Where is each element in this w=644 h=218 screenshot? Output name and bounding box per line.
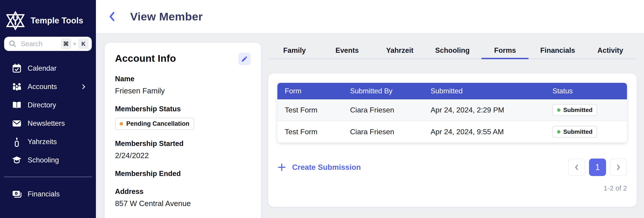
column-header-submitted-by[interactable]: Submitted By: [343, 83, 423, 99]
tab-activity[interactable]: Activity: [584, 43, 637, 58]
graduation-cap-icon: [12, 155, 22, 165]
chevron-right-icon: [81, 84, 87, 90]
search-placeholder: Search: [21, 40, 61, 48]
envelope-icon: [12, 118, 22, 129]
shortcut-k-key: K: [78, 39, 88, 49]
chevron-left-icon: [108, 11, 116, 21]
status-badge-text: Submitted: [563, 128, 592, 135]
book-icon: [12, 100, 22, 110]
member-detail-column: Family Events Yahrzeit Schooling Forms F…: [268, 43, 637, 218]
field-value: 2/24/2022: [115, 151, 251, 160]
orange-dot-icon: [120, 122, 123, 125]
column-header-submitted[interactable]: Submitted: [423, 83, 545, 99]
search-icon: [9, 40, 16, 48]
account-info-card: Account Info Name Friesen Family Members…: [105, 43, 261, 218]
tab-family[interactable]: Family: [268, 43, 321, 58]
edit-account-button[interactable]: [238, 53, 251, 65]
status-badge-text: Submitted: [563, 107, 592, 113]
sidebar-item-label: Schooling: [28, 156, 87, 164]
sidebar-item-label: Calendar: [28, 64, 87, 73]
table-header-row: Form Submitted By Submitted Status: [278, 83, 627, 99]
sidebar-item-newsletters[interactable]: Newsletters: [0, 114, 96, 133]
table-row[interactable]: Test Form Ciara Friesen Apr 24, 2024, 2:…: [278, 99, 627, 121]
sidebar-item-label: Accounts: [28, 83, 81, 91]
sidebar-divider: [4, 177, 92, 177]
search-input[interactable]: Search ⌘ + K: [4, 37, 92, 51]
tab-financials[interactable]: Financials: [531, 43, 584, 58]
page-header: View Member: [96, 0, 644, 33]
field-address: Address 857 W Central Avenue: [115, 188, 251, 208]
sidebar-item-label: Newsletters: [28, 119, 87, 128]
field-value: 857 W Central Avenue: [115, 199, 251, 208]
sidebar-nav: Calendar Accounts: [0, 59, 96, 169]
cell-submitted: Apr 24, 2024, 2:29 PM: [423, 99, 545, 121]
tab-events[interactable]: Events: [321, 43, 374, 58]
create-submission-button[interactable]: Create Submission: [278, 163, 361, 172]
field-label: Membership Status: [115, 105, 251, 113]
sidebar: Temple Tools Search ⌘ + K Calendar: [0, 0, 96, 218]
field-label: Membership Started: [115, 139, 251, 148]
table-row[interactable]: Test Form Ciara Friesen Apr 24, 2024, 9:…: [278, 121, 627, 142]
table-actions-row: Create Submission 1: [278, 159, 627, 176]
tab-schooling[interactable]: Schooling: [426, 43, 479, 58]
previous-page-button[interactable]: [568, 159, 585, 176]
cell-form: Test Form: [278, 99, 343, 121]
tab-yahrzeit[interactable]: Yahrzeit: [374, 43, 426, 58]
pagination: 1: [568, 159, 627, 176]
cell-submitted-by: Ciara Friesen: [343, 99, 423, 121]
submissions-table: Form Submitted By Submitted Status Test …: [278, 83, 627, 142]
forms-panel: Form Submitted By Submitted Status Test …: [268, 73, 637, 207]
sidebar-item-calendar[interactable]: Calendar: [0, 59, 96, 78]
pagination-range-text: 1-2 of 2: [604, 184, 627, 192]
back-button[interactable]: [107, 11, 117, 22]
sidebar-item-yahrzeits[interactable]: Yahrzeits: [0, 133, 96, 151]
brand[interactable]: Temple Tools: [0, 0, 96, 30]
tab-forms[interactable]: Forms: [479, 43, 531, 58]
sidebar-footer-nav: Financials: [0, 185, 96, 203]
sidebar-item-label: Directory: [28, 101, 87, 109]
calendar-icon: [12, 63, 22, 74]
sidebar-item-schooling[interactable]: Schooling: [0, 151, 96, 169]
family-icon: [12, 82, 22, 92]
next-page-button[interactable]: [610, 159, 627, 176]
chevron-left-icon: [574, 164, 580, 171]
status-badge: Submitted: [552, 126, 597, 138]
green-dot-icon: [557, 130, 560, 133]
member-tabs: Family Events Yahrzeit Schooling Forms F…: [268, 43, 637, 59]
field-label: Name: [115, 75, 251, 83]
field-label: Address: [115, 188, 251, 196]
field-label: Membership Ended: [115, 170, 251, 178]
column-header-form[interactable]: Form: [278, 83, 343, 99]
main-area: View Member Account Info Name Friesen Fa…: [96, 0, 644, 218]
sidebar-item-directory[interactable]: Directory: [0, 96, 96, 114]
temple-tools-logo-icon: [6, 11, 24, 30]
column-header-status[interactable]: Status: [545, 83, 627, 99]
brand-name: Temple Tools: [30, 16, 83, 25]
plus-icon: [278, 163, 286, 172]
sidebar-item-label: Financials: [28, 190, 87, 198]
field-membership-ended: Membership Ended: [115, 170, 251, 178]
green-dot-icon: [557, 108, 560, 112]
status-badge: Submitted: [552, 104, 597, 116]
wrench-notch: [14, 16, 16, 17]
create-submission-label: Create Submission: [292, 163, 361, 172]
membership-status-badge: Pending Cancellation: [115, 118, 194, 130]
page-1-button[interactable]: 1: [589, 159, 606, 176]
sidebar-item-financials[interactable]: Financials: [0, 185, 96, 203]
content-area: Account Info Name Friesen Family Members…: [96, 33, 644, 218]
field-membership-started: Membership Started 2/24/2022: [115, 139, 251, 160]
shortcut-cmd-key: ⌘: [61, 39, 71, 49]
cell-submitted-by: Ciara Friesen: [343, 121, 423, 142]
field-name: Name Friesen Family: [115, 75, 251, 95]
pencil-icon: [241, 56, 248, 62]
chevron-right-icon: [616, 164, 622, 171]
page-title: View Member: [130, 10, 203, 23]
account-info-title: Account Info: [115, 53, 176, 64]
sidebar-item-label: Yahrzeits: [28, 138, 87, 146]
cell-submitted: Apr 24, 2024, 9:55 AM: [423, 121, 545, 142]
field-membership-status: Membership Status Pending Cancellation: [115, 105, 251, 130]
shortcut-separator: +: [73, 40, 76, 47]
app-window: Temple Tools Search ⌘ + K Calendar: [0, 0, 644, 218]
cell-form: Test Form: [278, 121, 343, 142]
sidebar-item-accounts[interactable]: Accounts: [0, 78, 96, 96]
